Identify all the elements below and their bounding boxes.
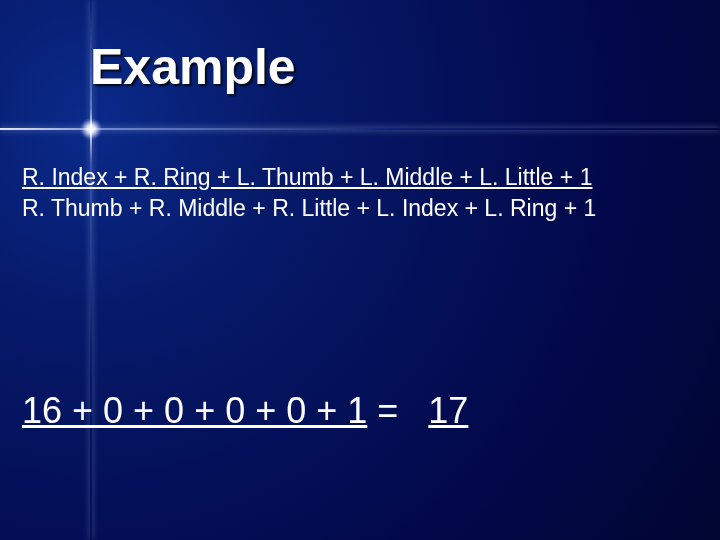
formula-block: R. Index + R. Ring + L. Thumb + L. Middl… bbox=[22, 162, 698, 224]
calc-row-1-underlined: 16 + 0 + 0 + 0 + 0 + 1 bbox=[22, 390, 367, 431]
formula-row-1-underlined: R. Index + R. Ring + L. Thumb + L. Middl… bbox=[22, 164, 592, 190]
formula-row-1: R. Index + R. Ring + L. Thumb + L. Middl… bbox=[22, 162, 698, 193]
decor-horizontal-flare bbox=[0, 128, 720, 130]
calc-row-1-eq: = bbox=[367, 390, 428, 431]
calc-row-1: 16 + 0 + 0 + 0 + 0 + 1 = 17 bbox=[22, 387, 468, 436]
slide-title: Example bbox=[90, 38, 296, 96]
decor-flare-core bbox=[80, 118, 102, 140]
calc-row-1-result: 17 bbox=[428, 390, 468, 431]
calc-block: 16 + 0 + 0 + 0 + 0 + 1 = 17 0 + 0 + 0 + … bbox=[22, 290, 468, 540]
formula-row-2-suffix: L. Index + L. Ring + 1 bbox=[376, 195, 596, 221]
formula-row-2-prefix: R. Thumb + R. Middle + R. Little + bbox=[22, 195, 376, 221]
formula-row-2: R. Thumb + R. Middle + R. Little + L. In… bbox=[22, 193, 698, 224]
calc-row-2: 0 + 0 + 0 + 2 + 0 + 1 = 3 bbox=[22, 533, 468, 540]
slide: Example R. Index + R. Ring + L. Thumb + … bbox=[0, 0, 720, 540]
